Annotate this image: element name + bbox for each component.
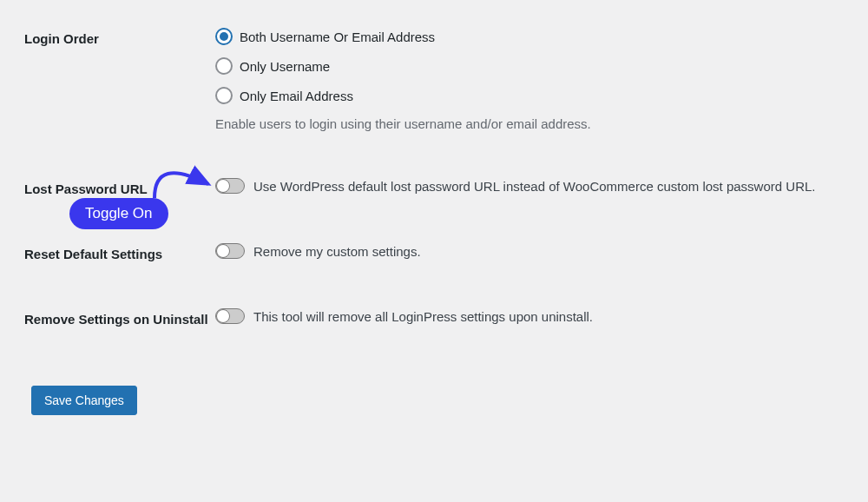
radio-input-username[interactable] [215, 57, 233, 75]
lost-password-toggle-label: Use WordPress default lost password URL … [253, 179, 815, 194]
remove-uninstall-content: This tool will remove all LoginPress set… [215, 303, 868, 324]
radio-input-both[interactable] [215, 28, 233, 45]
lost-password-content: Use WordPress default lost password URL … [215, 173, 868, 194]
reset-defaults-toggle[interactable] [215, 243, 245, 259]
login-order-options: Both Username Or Email Address Only User… [215, 23, 868, 131]
save-button[interactable]: Save Changes [31, 386, 137, 415]
login-order-help: Enable users to login using their userna… [215, 116, 868, 131]
label-remove-uninstall: Remove Settings on Uninstall [0, 303, 215, 327]
radio-both[interactable]: Both Username Or Email Address [215, 28, 868, 45]
lost-password-toggle-row: Use WordPress default lost password URL … [215, 178, 868, 194]
radio-input-email[interactable] [215, 87, 233, 104]
radio-label-both: Both Username Or Email Address [240, 30, 435, 44]
reset-defaults-toggle-row: Remove my custom settings. [215, 243, 868, 259]
label-reset-defaults: Reset Default Settings [0, 238, 215, 261]
reset-defaults-content: Remove my custom settings. [215, 238, 868, 259]
row-remove-uninstall: Remove Settings on Uninstall This tool w… [0, 303, 868, 327]
radio-label-username: Only Username [240, 59, 330, 74]
remove-uninstall-toggle-row: This tool will remove all LoginPress set… [215, 308, 868, 324]
label-lost-password: Lost Password URL [0, 173, 215, 196]
annotation-callout: Toggle On [69, 198, 168, 229]
remove-uninstall-toggle-label: This tool will remove all LoginPress set… [253, 309, 593, 324]
row-reset-defaults: Reset Default Settings Remove my custom … [0, 238, 868, 261]
radio-label-email: Only Email Address [240, 89, 353, 103]
lost-password-toggle[interactable] [215, 178, 245, 194]
remove-uninstall-toggle[interactable] [215, 308, 245, 324]
radio-username[interactable]: Only Username [215, 57, 868, 75]
label-login-order: Login Order [0, 23, 215, 46]
radio-email[interactable]: Only Email Address [215, 87, 868, 104]
row-login-order: Login Order Both Username Or Email Addre… [0, 23, 868, 131]
annotation-badge: Toggle On [69, 198, 168, 229]
reset-defaults-toggle-label: Remove my custom settings. [253, 244, 421, 259]
row-lost-password: Lost Password URL Use WordPress default … [0, 173, 868, 196]
